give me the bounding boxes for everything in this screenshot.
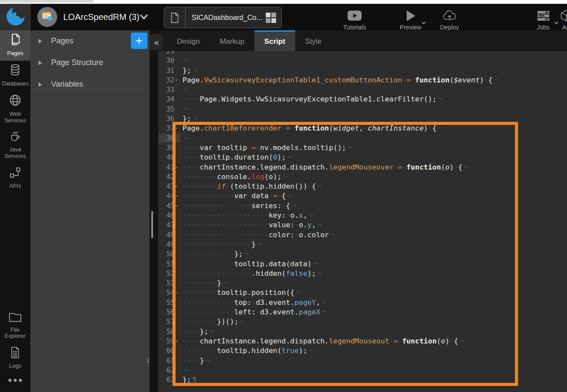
project-name[interactable]: LOArcSpeedRM (3) — [63, 4, 140, 30]
deploy-button[interactable]: Deploy — [432, 8, 467, 31]
code-line-36[interactable]: 36};¬ — [158, 114, 567, 124]
line-number: 33 — [158, 85, 174, 95]
eol-marker: ¬ — [182, 105, 188, 113]
code-text: Page.chart1Beforerender·=·function(widge… — [180, 124, 442, 133]
code-line-56[interactable]: 56············left:·d3.event.pageX¬ — [158, 307, 567, 317]
add-page-button[interactable]: + — [131, 33, 147, 49]
project-chevron-down-icon[interactable] — [138, 12, 150, 22]
preview-button[interactable]: Preview — [393, 8, 428, 31]
code-line-43[interactable]: 43▾········if·(tooltip.hidden())·{¬ — [158, 182, 567, 191]
sidebar-item-label: APIs — [9, 183, 21, 189]
code-text: ¬ — [180, 105, 188, 114]
sidebar-item-logs[interactable]: Logs — [0, 343, 30, 374]
fold-column — [174, 220, 180, 230]
sidebar-item-databases[interactable]: Databases — [0, 61, 30, 91]
code-line-62[interactable]: 62¬ — [158, 366, 567, 375]
code-line-51[interactable]: 51············tooltip.data(data)¬ — [158, 259, 567, 269]
fold-icon[interactable]: ▾ — [175, 75, 178, 85]
fold-icon[interactable]: ▾ — [175, 182, 178, 191]
code-line-57[interactable]: 57········})();¬ — [158, 317, 567, 327]
code-line-59[interactable]: 59▾····chartInstance.legend.dispatch.leg… — [158, 336, 567, 346]
sidebar-item-apis[interactable]: APIs — [0, 163, 30, 194]
code-text: ¬ — [180, 85, 188, 95]
fold-column — [174, 259, 180, 269]
line-number: 52 — [158, 269, 174, 278]
page-tab[interactable]: SICADashboard_Co... — [164, 7, 282, 28]
code-line-54[interactable]: 54▾········tooltip.position({¬ — [158, 288, 567, 297]
code-line-30[interactable]: 30¬ — [158, 56, 567, 65]
panel-section-pages[interactable]: Pages+ — [30, 30, 150, 52]
fold-icon[interactable]: ▾ — [175, 163, 178, 172]
sidebar-item-webservices[interactable]: Web Services — [0, 91, 30, 127]
line-number: 44 — [158, 191, 174, 201]
code-line-42[interactable]: 42········console.log(o);¬ — [158, 172, 567, 182]
code-line-63[interactable]: 63};¶ — [158, 375, 567, 385]
code-line-32[interactable]: 32▾Page.VwSicasurveyExceptionTable1_cust… — [158, 75, 567, 85]
panel-collapse-button[interactable]: « — [150, 34, 163, 50]
chevron-down-icon[interactable] — [420, 20, 427, 27]
sidebar-item-javaservices[interactable]: Java Services — [0, 127, 30, 163]
code-line-58[interactable]: 58····};¬ — [158, 327, 567, 336]
sidebar-item-pages[interactable]: Pages — [0, 30, 30, 61]
code-text: ····Page.Widgets.VwSicasurveyExceptionTa… — [180, 95, 442, 104]
code-line-44[interactable]: 44▾············var·data·=·{¬ — [158, 191, 567, 201]
caret-right-icon[interactable] — [39, 39, 42, 43]
code-line-60[interactable]: 60········tooltip.hidden(true);¬ — [158, 346, 567, 356]
code-line-55[interactable]: 55············top:·d3.event.pageY,¬ — [158, 298, 567, 307]
code-line-45[interactable]: 45▾················series:·{¬ — [158, 201, 567, 211]
project-avatar[interactable] — [37, 7, 57, 27]
eol-marker: ¬ — [463, 163, 468, 171]
code-text: ····};¬ — [180, 327, 214, 336]
fold-icon[interactable]: ▾ — [175, 124, 178, 133]
sidebar-item-more[interactable] — [0, 374, 30, 392]
wavemaker-logo[interactable] — [0, 4, 31, 30]
caret-right-icon[interactable] — [39, 82, 42, 87]
tab-style[interactable]: Style — [295, 30, 332, 51]
code-line-49[interactable]: 49················}¬ — [158, 240, 567, 249]
code-line-47[interactable]: 47····················value:·o.y,¬ — [158, 220, 567, 230]
code-line-48[interactable]: 48····················color:·o.color¬ — [158, 230, 567, 240]
caret-right-icon[interactable] — [39, 61, 42, 65]
code-text: };¬ — [180, 66, 197, 75]
line-number: 45 — [158, 201, 174, 211]
code-text: ············tooltip.data(data)¬ — [180, 259, 317, 269]
code-text: ················series:·{¬ — [180, 201, 296, 211]
code-line-40[interactable]: 40····tooltip.duration(0);¬ — [158, 153, 567, 162]
panel-scrollbar-thumb[interactable] — [151, 211, 153, 238]
eol-marker: ¬ — [320, 298, 326, 307]
eol-marker: ¬ — [437, 95, 442, 103]
code-line-41[interactable]: 41▾····chartInstance.legend.dispatch.leg… — [158, 163, 567, 172]
tutorials-button[interactable]: Tutorials — [337, 8, 372, 31]
code-line-52[interactable]: 52················.hidden(false);¬ — [158, 269, 567, 278]
fold-icon[interactable]: ▾ — [175, 191, 178, 201]
page-tab-label: SICADashboard_Co... — [186, 13, 266, 22]
code-line-39[interactable]: 39····var·tooltip·=·nv.models.tooltip();… — [158, 143, 567, 153]
line-number: 46 — [158, 211, 174, 220]
page-grid-icon[interactable] — [266, 13, 276, 23]
code-line-61[interactable]: 61i····}¬ — [158, 356, 567, 366]
sidebar-item-fileexplorer[interactable]: File Explorer — [0, 309, 30, 343]
code-line-35[interactable]: 35¬ — [158, 105, 567, 114]
code-line-37[interactable]: 37▾Page.chart1Beforerender·=·function(wi… — [158, 124, 567, 133]
fold-icon[interactable]: ▾ — [175, 288, 178, 297]
code-area[interactable]: 29¬30¬31};¬32▾Page.VwSicasurveyException… — [158, 46, 567, 392]
panel-section-variables[interactable]: Variables — [30, 74, 150, 95]
tab-script[interactable]: Script — [254, 30, 295, 51]
tab-design[interactable]: Design — [167, 30, 210, 51]
code-line-46[interactable]: 46····················key:·o.x,¬ — [158, 211, 567, 220]
code-line-50[interactable]: 50············};¬ — [158, 249, 567, 259]
fold-icon[interactable]: ▾ — [175, 336, 178, 346]
code-line-33[interactable]: 33¬ — [158, 85, 567, 95]
code-text: ········if·(tooltip.hidden())·{¬ — [180, 182, 322, 191]
tab-markup[interactable]: Markup — [210, 30, 254, 51]
jobs-icon — [537, 9, 550, 23]
code-line-38[interactable]: 38¬ — [158, 134, 567, 143]
fold-column: ▾ — [174, 336, 180, 346]
artifacts-icon — [560, 9, 567, 23]
code-line-34[interactable]: 34····Page.Widgets.VwSicasurveyException… — [158, 95, 567, 104]
fold-icon[interactable]: ▾ — [175, 201, 178, 211]
artifacts-button[interactable]: Art — [549, 8, 567, 31]
code-line-31[interactable]: 31};¬ — [158, 66, 567, 75]
code-line-53[interactable]: 53········}¬ — [158, 278, 567, 288]
panel-section-structure[interactable]: Page Structure — [30, 52, 150, 74]
